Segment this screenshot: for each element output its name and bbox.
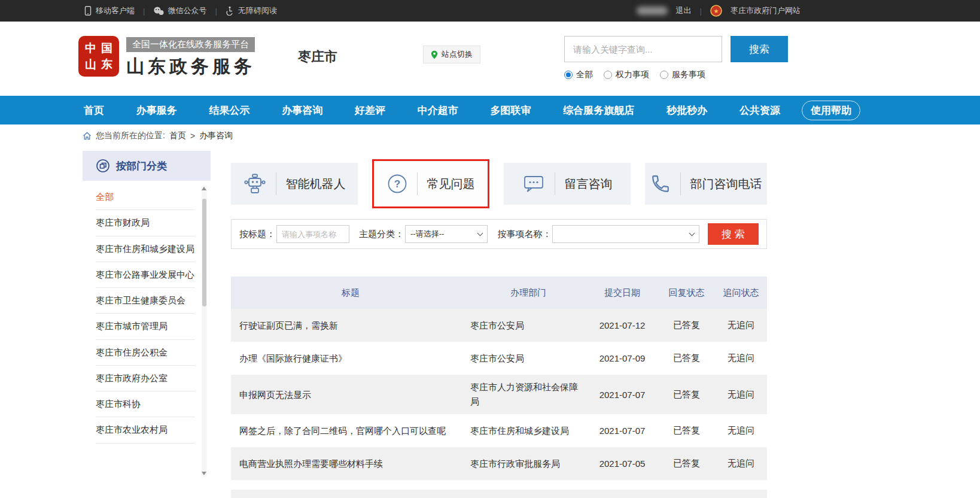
robot-icon	[244, 174, 266, 194]
nav-item[interactable]: 好差评	[354, 101, 386, 120]
main-panel: 智能机器人 ? 常见问题	[231, 151, 767, 498]
department-list-item[interactable]: 枣庄市住房和城乡建设局	[96, 236, 195, 262]
radio-icon	[660, 71, 668, 79]
table-column-header: 提交日期	[586, 287, 658, 299]
department-list-item[interactable]: 枣庄市政府办公室	[96, 366, 195, 391]
table-row[interactable]: 行驶证副页已满，需换新 枣庄市公安局 2021-07-12 已答复 无追问	[231, 309, 767, 342]
nav-item[interactable]: 中介超市	[416, 101, 459, 120]
row-title[interactable]: 网签之后，除了合同二维码，官网哪个入口可以查呢	[231, 424, 470, 437]
nav-item[interactable]: 公共资源	[738, 101, 781, 120]
row-title[interactable]: 电商营业执照办理需要哪些材料手续	[231, 457, 470, 470]
keyword-search-input[interactable]	[564, 36, 722, 62]
department-list-item[interactable]: 枣庄市卫生健康委员会	[96, 288, 195, 314]
department-list-item[interactable]: 全部	[96, 184, 195, 210]
search-scope-radio[interactable]: 权力事项	[604, 69, 649, 80]
tab-smart-robot[interactable]: 智能机器人	[231, 163, 358, 205]
nav-item[interactable]: 结果公示	[208, 101, 251, 120]
department-label[interactable]: 枣庄市住房公积金	[96, 347, 168, 357]
nav-item[interactable]: 首页	[83, 101, 105, 120]
card-divider	[680, 172, 681, 195]
seal-char: 东	[101, 59, 112, 70]
nav-item[interactable]: 综合服务旗舰店	[562, 101, 635, 120]
portal-link[interactable]: 枣庄市政府门户网站	[731, 5, 801, 16]
item-name-select[interactable]	[552, 225, 699, 243]
tab-faq[interactable]: ? 常见问题	[372, 159, 489, 208]
help-button[interactable]: 使用帮助	[802, 101, 860, 120]
site-switch-button[interactable]: 站点切换	[423, 45, 480, 63]
row-followup-status: 无追问	[715, 425, 767, 436]
question-icon: ?	[387, 174, 407, 194]
department-label[interactable]: 枣庄市城市管理局	[96, 321, 168, 331]
accessibility-icon	[226, 6, 235, 16]
row-department: 枣庄市人力资源和社会保障局	[470, 380, 586, 409]
topbar-left: 移动客户端 | 微信公众号 | 无障碍阅读	[84, 5, 277, 16]
department-label[interactable]: 枣庄市政府办公室	[96, 373, 168, 383]
department-list-item[interactable]: 枣庄市科协	[96, 391, 195, 417]
department-label[interactable]: 枣庄市卫生健康委员会	[96, 295, 185, 305]
table-row[interactable]: 申报网页无法显示 枣庄市人力资源和社会保障局 2021-07-07 已答复 无追…	[231, 375, 767, 414]
breadcrumb-home[interactable]: 首页	[169, 130, 186, 141]
wechat-icon	[153, 7, 164, 16]
nav-item[interactable]: 秒批秒办	[665, 101, 708, 120]
nav-item[interactable]: 办事咨询	[281, 101, 324, 120]
row-department: 枣庄市住房和城乡建设局	[470, 424, 586, 438]
filter-bar: 按标题： 主题分类： --请选择-- 按事项名称： 搜 索	[231, 219, 767, 249]
filter-search-button[interactable]: 搜 索	[708, 223, 759, 245]
topic-select-value: --请选择--	[410, 229, 444, 239]
row-title[interactable]: 行驶证副页已满，需换新	[231, 319, 470, 332]
svg-text:★: ★	[714, 8, 719, 14]
platform-badge: 全国一体化在线政务服务平台	[126, 37, 255, 52]
nav-items: 首页办事服务结果公示办事咨询好差评中介超市多图联审综合服务旗舰店秒批秒办公共资源	[83, 101, 781, 120]
tab-message-consult[interactable]: 留言咨询	[504, 163, 631, 205]
tab-department-phone[interactable]: 部门咨询电话	[645, 163, 767, 205]
wechat-link[interactable]: 微信公众号	[153, 5, 206, 16]
row-title[interactable]: 申报网页无法显示	[231, 388, 470, 401]
scrollbar-thumb[interactable]	[202, 199, 206, 306]
row-followup-status: 无追问	[715, 389, 767, 400]
table-row-partial	[231, 490, 767, 498]
header: 中国山东 全国一体化在线政务服务平台 山东政务服务 枣庄市 站点切换 搜索	[0, 22, 980, 96]
scroll-down-icon[interactable]	[202, 472, 206, 475]
department-label[interactable]: 枣庄市住房和城乡建设局	[96, 244, 194, 254]
logout-link[interactable]: 退出	[676, 5, 692, 16]
radio-label: 服务事项	[672, 69, 705, 80]
site-logo[interactable]: 中国山东 全国一体化在线政务服务平台 山东政务服务	[80, 37, 255, 79]
department-list-item[interactable]: 枣庄市农业农村局	[96, 417, 195, 443]
nav-item[interactable]: 多图联审	[489, 101, 532, 120]
department-list-item[interactable]: 枣庄市公路事业发展中心	[96, 262, 195, 288]
nav-item[interactable]: 办事服务	[135, 101, 178, 120]
search-scope-radio[interactable]: 服务事项	[660, 69, 705, 80]
department-label[interactable]: 枣庄市公路事业发展中心	[96, 269, 194, 280]
card-divider	[276, 172, 276, 195]
radio-icon	[564, 71, 573, 79]
topbar-right: 退出 | ★ 枣庄市政府门户网站	[637, 5, 801, 17]
username-redacted	[637, 7, 668, 15]
chevron-down-icon	[477, 230, 483, 236]
mobile-client-link[interactable]: 移动客户端	[84, 5, 135, 16]
table-row[interactable]: 网签之后，除了合同二维码，官网哪个入口可以查呢 枣庄市住房和城乡建设局 2021…	[231, 414, 767, 447]
table-row[interactable]: 电商营业执照办理需要哪些材料手续 枣庄市行政审批服务局 2021-07-05 已…	[231, 447, 767, 480]
card-divider	[417, 172, 418, 195]
topic-select[interactable]: --请选择--	[405, 225, 488, 243]
sidebar-scrollbar[interactable]	[202, 186, 207, 476]
department-list-item[interactable]: 枣庄市城市管理局	[96, 314, 195, 339]
row-reply-status: 已答复	[658, 425, 715, 436]
department-list-item[interactable]: 枣庄市住房公积金	[96, 340, 195, 366]
department-list-item[interactable]: 枣庄市财政局	[96, 210, 195, 236]
consult-tabs: 智能机器人 ? 常见问题	[231, 163, 767, 205]
seal-char: 中	[85, 42, 96, 54]
message-icon	[522, 174, 545, 193]
header-search-button[interactable]: 搜索	[731, 36, 788, 62]
search-scope-radio[interactable]: 全部	[564, 69, 593, 80]
department-label[interactable]: 枣庄市财政局	[96, 217, 150, 227]
row-title[interactable]: 办理《国际旅行健康证书》	[231, 352, 470, 365]
breadcrumb-prefix: 您当前所在的位置:	[96, 130, 165, 141]
filter-topic-label: 主题分类：	[359, 229, 404, 240]
filter-title-input[interactable]	[276, 225, 349, 243]
department-label[interactable]: 枣庄市农业农村局	[96, 424, 168, 435]
table-row[interactable]: 办理《国际旅行健康证书》 枣庄市公安局 2021-07-09 已答复 无追问	[231, 342, 767, 375]
accessibility-link[interactable]: 无障碍阅读	[226, 5, 277, 16]
department-label[interactable]: 枣庄市科协	[96, 399, 141, 409]
scroll-up-icon[interactable]	[202, 187, 206, 190]
department-label[interactable]: 全部	[96, 192, 114, 202]
